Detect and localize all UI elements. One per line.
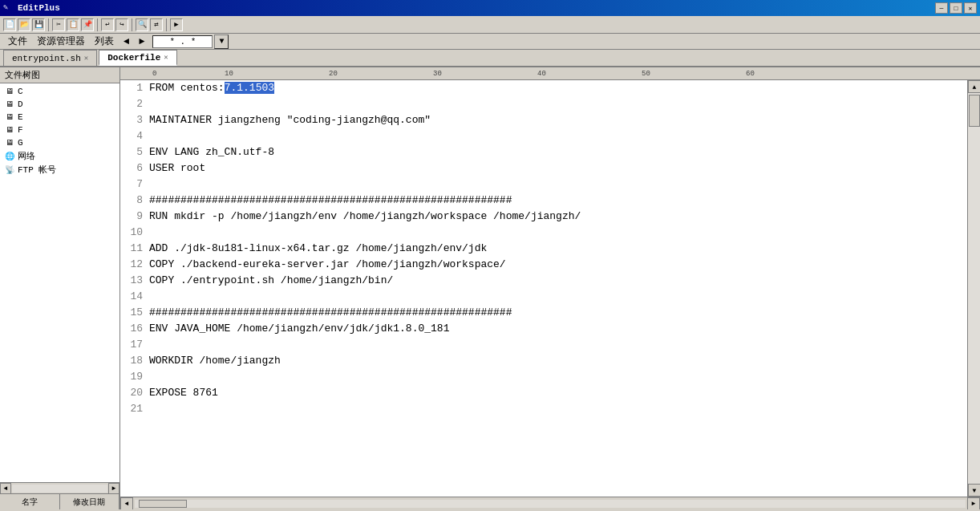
new-btn[interactable]: 📄	[3, 18, 16, 31]
filter-dropdown[interactable]: ▼	[214, 34, 229, 49]
tree-item-network-label: 网络	[18, 150, 35, 162]
find-btn[interactable]: 🔍	[136, 18, 148, 31]
ruler-mark-10: 10	[225, 70, 233, 78]
tab-entrypoint-close[interactable]: ✕	[84, 54, 88, 63]
menu-list[interactable]: 列表	[90, 34, 119, 49]
code-line-9: 9 RUN mkdir -p /home/jiangzh/env /home/j…	[120, 209, 967, 225]
sidebar-toolbar: 文件树图	[0, 67, 119, 83]
menu-explorer[interactable]: 资源管理器	[32, 34, 90, 49]
ruler-mark-20: 20	[329, 70, 338, 78]
code-line-18: 18 WORKDIR /home/jiangzh	[120, 353, 967, 369]
tree-item-e-label: E	[18, 112, 23, 122]
tree-item-f[interactable]: 🖥 F	[2, 124, 118, 136]
drive-e-icon: 🖥	[3, 112, 16, 123]
line-content-6: USER root	[149, 160, 967, 176]
menu-prev[interactable]: ◄	[119, 35, 134, 48]
drive-g-icon: 🖥	[3, 137, 16, 148]
title-text: EditPlus	[18, 3, 60, 13]
ftp-icon: 📡	[3, 164, 16, 176]
vscroll-down[interactable]: ▼	[968, 484, 980, 497]
app-icon: ✎	[3, 2, 14, 14]
tab-dockerfile-close[interactable]: ✕	[164, 53, 168, 62]
tab-entrypoint[interactable]: entrypoint.sh ✕	[3, 50, 97, 66]
sep3	[132, 18, 132, 31]
tree-item-network[interactable]: 🌐 网络	[2, 149, 118, 163]
sep2	[97, 18, 98, 31]
vscroll-track	[968, 93, 980, 484]
vscroll-up[interactable]: ▲	[968, 80, 980, 93]
sidebar-scroll-right[interactable]: ►	[108, 483, 119, 494]
code-line-4: 4	[120, 128, 967, 144]
tree-item-g[interactable]: 🖥 G	[2, 136, 118, 149]
line-content-5: ENV LANG zh_CN.utf-8	[149, 144, 967, 160]
ruler-mark-50: 50	[642, 70, 650, 78]
sidebar-footer: 名字 修改日期	[0, 493, 119, 509]
maximize-btn[interactable]: □	[950, 2, 962, 14]
line-content-20: EXPOSE 8761	[149, 385, 967, 401]
open-btn[interactable]: 📂	[18, 18, 30, 31]
menu-next[interactable]: ►	[134, 35, 149, 48]
code-line-12: 12 COPY ./backend-eureka-server.jar /hom…	[120, 257, 967, 273]
line-content-9: RUN mkdir -p /home/jiangzh/env /home/jia…	[149, 209, 967, 225]
tree-item-d-label: D	[18, 99, 23, 109]
tree-item-f-label: F	[18, 125, 23, 135]
line-content-13: COPY ./entrypoint.sh /home/jiangzh/bin/	[149, 273, 967, 289]
drive-d-icon: 🖥	[3, 99, 16, 110]
tree-item-d[interactable]: 🖥 D	[2, 98, 118, 111]
menu-file[interactable]: 文件	[3, 34, 32, 49]
sidebar: 文件树图 🖥 C 🖥 D 🖥 E 🖥 F 🖥 G	[0, 67, 120, 509]
sidebar-scroll-left[interactable]: ◄	[0, 483, 11, 494]
tree-item-g-label: G	[18, 138, 23, 148]
minimize-btn[interactable]: ─	[935, 2, 948, 14]
ruler-mark-40: 40	[537, 70, 546, 78]
tab-dockerfile[interactable]: Dockerfile ✕	[99, 50, 176, 66]
sep1	[48, 18, 49, 31]
ruler-mark-30: 30	[433, 70, 442, 78]
filter-input[interactable]: * . *	[152, 35, 213, 48]
close-btn[interactable]: ✕	[964, 2, 977, 14]
hscroll-area	[135, 500, 966, 508]
redo-btn[interactable]: ↪	[115, 18, 128, 31]
menubar: 文件 资源管理器 列表 ◄ ► * . * ▼	[0, 34, 980, 50]
line-num-11: 11	[120, 241, 149, 257]
code-line-10: 10	[120, 225, 967, 241]
line-num-2: 2	[120, 96, 149, 112]
code-line-13: 13 COPY ./entrypoint.sh /home/jiangzh/bi…	[120, 273, 967, 289]
line-num-15: 15	[120, 305, 149, 321]
tree-item-e[interactable]: 🖥 E	[2, 111, 118, 124]
selection-1: 7.1.1503	[225, 82, 274, 94]
paste-btn[interactable]: 📌	[81, 18, 94, 31]
tab-entrypoint-label: entrypoint.sh	[12, 54, 81, 63]
line-num-1: 1	[120, 80, 149, 96]
sidebar-tree[interactable]: 🖥 C 🖥 D 🖥 E 🖥 F 🖥 G 🌐 网络	[0, 83, 119, 482]
hscroll-handle[interactable]	[139, 500, 187, 508]
cut-btn[interactable]: ✂	[52, 18, 65, 31]
tree-item-ftp[interactable]: 📡 FTP 帐号	[2, 163, 118, 176]
tree-item-c[interactable]: 🖥 C	[2, 85, 118, 98]
line-num-20: 20	[120, 385, 149, 401]
vscroll-thumb[interactable]	[969, 95, 980, 127]
save-btn[interactable]: 💾	[32, 18, 45, 31]
sidebar-hscroll: ◄ ►	[0, 482, 119, 493]
line-num-10: 10	[120, 225, 149, 241]
code-lines: 1 FROM centos:7.1.1503 2 3 MAINTAINER ji…	[120, 80, 967, 417]
tab-bar: entrypoint.sh ✕ Dockerfile ✕	[0, 50, 980, 67]
window-controls: ─ □ ✕	[935, 2, 977, 14]
code-content[interactable]: 1 FROM centos:7.1.1503 2 3 MAINTAINER ji…	[120, 80, 967, 497]
sep4	[166, 18, 167, 31]
titlebar: ✎ EditPlus ─ □ ✕	[0, 0, 980, 16]
sidebar-footer-name: 名字	[0, 494, 60, 509]
ruler-mark-60: 60	[746, 70, 755, 78]
copy-btn[interactable]: 📋	[67, 18, 79, 31]
toolbar-row1: 📄 📂 💾 ✂ 📋 📌 ↩ ↪ 🔍 ⇄ ▶	[0, 16, 980, 34]
line-num-9: 9	[120, 209, 149, 225]
drive-c-icon: 🖥	[3, 86, 16, 97]
line-content-8: ########################################…	[149, 193, 967, 209]
undo-btn[interactable]: ↩	[101, 18, 114, 31]
code-line-17: 17	[120, 337, 967, 353]
replace-btn[interactable]: ⇄	[150, 18, 163, 31]
hscroll-right[interactable]: ►	[967, 497, 980, 510]
hscroll-left[interactable]: ◄	[120, 497, 133, 510]
code-line-14: 14	[120, 289, 967, 305]
run-btn[interactable]: ▶	[170, 18, 183, 31]
